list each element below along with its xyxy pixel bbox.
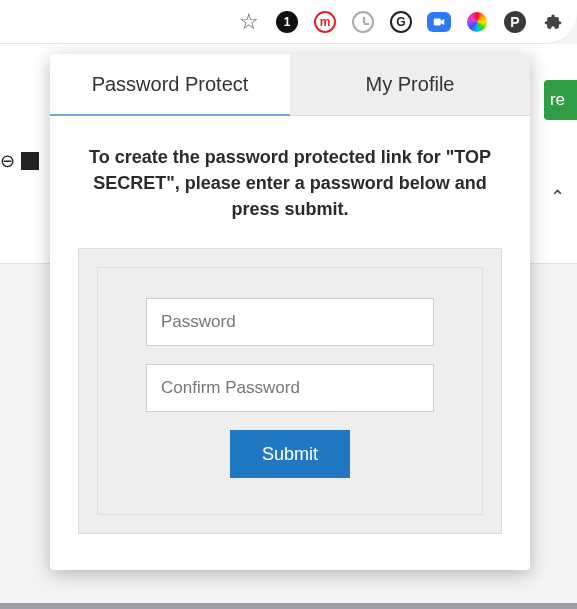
tab-password-protect-label: Password Protect	[92, 73, 249, 96]
tab-my-profile[interactable]: My Profile	[290, 54, 530, 116]
popup-tabs: Password Protect My Profile	[50, 54, 530, 116]
popup-body: To create the password protected link fo…	[50, 116, 530, 570]
svg-rect-0	[434, 18, 441, 25]
confirm-password-input[interactable]	[146, 364, 434, 412]
square-icon[interactable]	[21, 152, 39, 170]
one-badge-label: 1	[276, 11, 298, 33]
color-wheel	[467, 12, 487, 32]
tab-password-protect[interactable]: Password Protect	[50, 54, 290, 116]
ext-icon-m[interactable]: m	[313, 10, 337, 34]
form-container-outer: Submit	[78, 248, 502, 534]
ext-icon-badge-one[interactable]: 1	[275, 10, 299, 34]
star-icon[interactable]: ☆	[237, 10, 261, 34]
ext-icon-p-active[interactable]: P	[503, 10, 527, 34]
clock-badge	[352, 11, 374, 33]
browser-toolbar: ☆ 1 m G P	[0, 0, 577, 44]
password-input[interactable]	[146, 298, 434, 346]
p-badge-label: P	[504, 11, 526, 33]
m-badge-label: m	[314, 11, 336, 33]
share-button-label: re	[550, 90, 565, 110]
color-wheel-icon[interactable]	[465, 10, 489, 34]
extension-popup: Password Protect My Profile To create th…	[50, 54, 530, 570]
zoom-badge	[427, 12, 451, 32]
g-badge-label: G	[390, 11, 412, 33]
instruction-text: To create the password protected link fo…	[78, 144, 502, 222]
extensions-puzzle-icon[interactable]	[541, 10, 565, 34]
submit-button[interactable]: Submit	[230, 430, 350, 478]
form-container-inner: Submit	[97, 267, 483, 515]
ext-icon-g[interactable]: G	[389, 10, 413, 34]
window-bottom-edge	[0, 603, 577, 609]
tab-my-profile-label: My Profile	[366, 73, 455, 96]
collapse-caret-icon[interactable]: ⌃	[550, 186, 565, 208]
zoom-icon[interactable]	[427, 10, 451, 34]
left-toolbar-peek: ⊖	[0, 150, 39, 172]
link-icon[interactable]: ⊖	[0, 150, 15, 172]
clock-icon[interactable]	[351, 10, 375, 34]
share-button-partial[interactable]: re	[544, 80, 577, 120]
